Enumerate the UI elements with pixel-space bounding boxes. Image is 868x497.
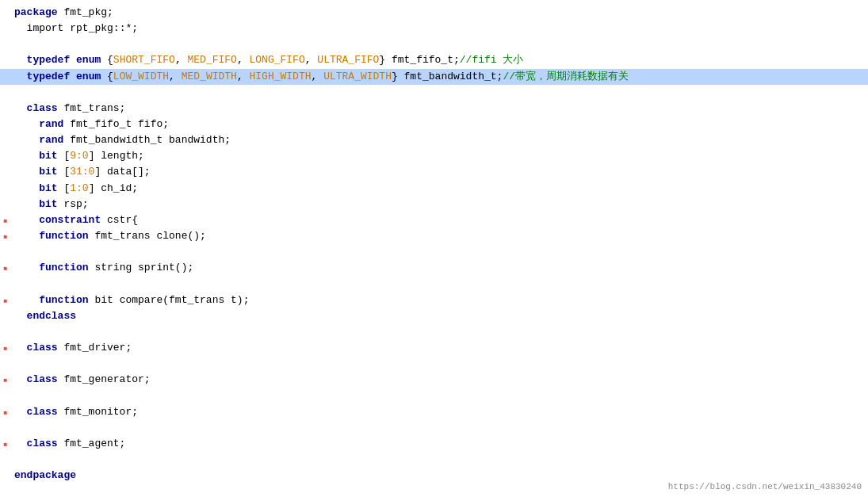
line-content: typedef enum {LOW_WIDTH, MED_WIDTH, HIGH… — [11, 69, 868, 85]
code-line: ■ function bit compare(fmt_trans t); — [0, 292, 868, 308]
line-content: bit [31:0] data[]; — [11, 164, 868, 180]
code-line: rand fmt_fifo_t fifo; — [0, 117, 868, 132]
line-content: bit [9:0] length; — [11, 148, 868, 164]
line-gutter: ■ — [0, 296, 11, 306]
code-line: typedef enum {LOW_WIDTH, MED_WIDTH, HIGH… — [0, 69, 868, 85]
line-gutter: ■ — [0, 216, 11, 226]
code-line: endclass — [0, 308, 868, 324]
line-content: rand fmt_fifo_t fifo; — [11, 117, 868, 132]
line-content: package fmt_pkg; — [11, 5, 868, 21]
line-content: class fmt_agent; — [11, 436, 868, 452]
line-content: function string sprint(); — [11, 260, 868, 276]
code-line: bit rsp; — [0, 197, 868, 212]
code-line: package fmt_pkg; — [0, 5, 868, 21]
line-content — [11, 356, 868, 372]
code-line: bit [31:0] data[]; — [0, 164, 868, 180]
line-content — [11, 388, 868, 403]
line-content: typedef enum {SHORT_FIFO, MED_FIFO, LONG… — [11, 52, 868, 68]
code-line: class fmt_trans; — [0, 101, 868, 117]
line-gutter: ■ — [0, 232, 11, 242]
code-line: ■ function string sprint(); — [0, 260, 868, 276]
line-content — [11, 36, 868, 52]
code-line: ■ constraint cstr{ — [0, 212, 868, 228]
line-gutter: ■ — [0, 344, 11, 354]
line-content: class fmt_trans; — [11, 101, 868, 117]
url-watermark: https://blog.csdn.net/weixin_43830240 — [668, 480, 862, 494]
code-line: bit [1:0] ch_id; — [0, 181, 868, 197]
line-gutter: ■ — [0, 440, 11, 449]
code-line: ■ class fmt_generator; — [0, 372, 868, 388]
code-line — [0, 452, 868, 468]
line-content: bit rsp; — [11, 197, 868, 212]
line-content: import rpt_pkg::*; — [11, 21, 868, 36]
code-line: ■ function fmt_trans clone(); — [0, 228, 868, 244]
line-content — [11, 420, 868, 436]
line-content: function fmt_trans clone(); — [11, 228, 868, 244]
code-line: bit [9:0] length; — [0, 148, 868, 164]
code-line — [0, 388, 868, 403]
code-line — [0, 276, 868, 292]
code-line — [0, 356, 868, 372]
code-line — [0, 244, 868, 260]
code-line: rand fmt_bandwidth_t bandwidth; — [0, 132, 868, 148]
code-line: import rpt_pkg::*; — [0, 21, 868, 36]
line-content: function bit compare(fmt_trans t); — [11, 292, 868, 308]
line-content: endclass — [11, 308, 868, 324]
line-gutter: ■ — [0, 408, 11, 418]
line-gutter: ■ — [0, 264, 11, 273]
code-line — [0, 324, 868, 340]
code-line: ■ class fmt_driver; — [0, 340, 868, 356]
line-content: rand fmt_bandwidth_t bandwidth; — [11, 132, 868, 148]
code-line: ■ class fmt_monitor; — [0, 404, 868, 420]
code-line: ■ class fmt_agent; — [0, 436, 868, 452]
line-gutter: ■ — [0, 376, 11, 385]
code-line: typedef enum {SHORT_FIFO, MED_FIFO, LONG… — [0, 52, 868, 68]
code-line — [0, 85, 868, 101]
code-line — [0, 36, 868, 52]
line-content: bit [1:0] ch_id; — [11, 181, 868, 197]
code-container: package fmt_pkg; import rpt_pkg::*; type… — [0, 0, 868, 497]
line-content: class fmt_generator; — [11, 372, 868, 388]
line-content — [11, 244, 868, 260]
line-content: constraint cstr{ — [11, 212, 868, 228]
line-content: class fmt_driver; — [11, 340, 868, 356]
line-content — [11, 276, 868, 292]
line-content: class fmt_monitor; — [11, 404, 868, 420]
code-line — [0, 420, 868, 436]
line-content — [11, 85, 868, 101]
line-content — [11, 324, 868, 340]
line-content — [11, 452, 868, 468]
